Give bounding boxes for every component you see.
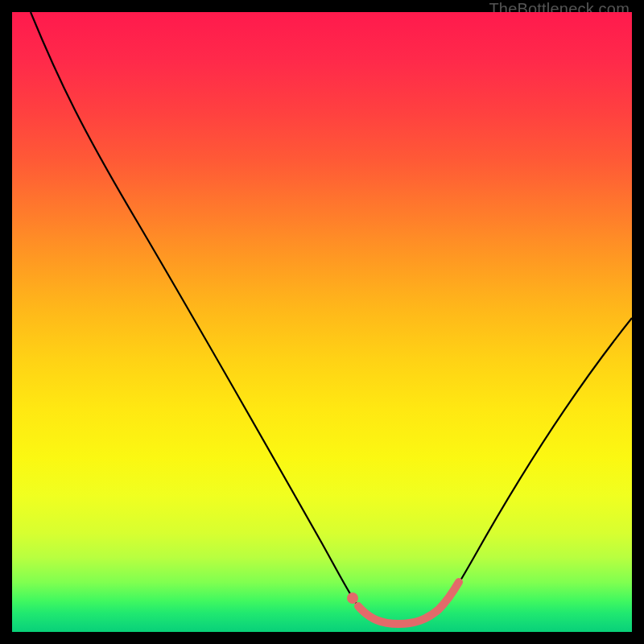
left-marker-dot [347,592,358,604]
bottleneck-curve [31,12,632,624]
optimal-range-highlight [358,582,459,624]
chart-frame: TheBottleneck.com [0,0,644,644]
bottleneck-curve-svg [12,12,632,632]
plot-area [12,12,632,632]
